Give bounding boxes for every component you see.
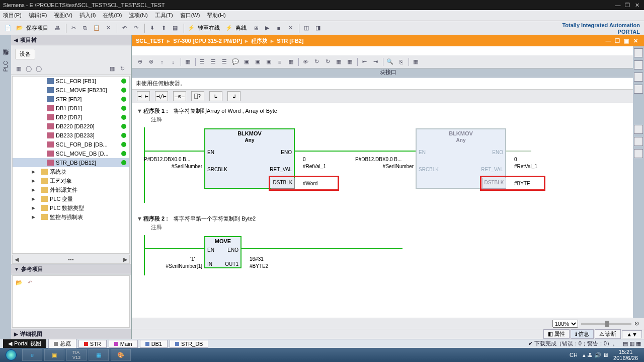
save-project-button[interactable]: 保存项目 (26, 24, 48, 32)
editor-min-icon[interactable]: — (604, 38, 613, 44)
status-tab[interactable]: 总览 (48, 339, 76, 348)
et-align3-icon[interactable]: ☰ (219, 57, 229, 67)
et-align2-icon[interactable]: ☰ (208, 57, 218, 67)
et-indent2-icon[interactable]: ⇥ (370, 57, 380, 67)
tray-icons[interactable]: ▴ 🖧 🔊 🖥 (583, 352, 608, 358)
et-block-icon[interactable]: ▦ (183, 57, 193, 67)
et-view-icon[interactable]: ▦ (411, 57, 421, 67)
et-m4-icon[interactable]: ▦ (334, 57, 344, 67)
tree-sync-icon[interactable]: ↻ (118, 64, 127, 74)
lad-contact-no-icon[interactable]: ⊣ ⊢ (137, 91, 150, 101)
tree-device-icon[interactable]: ▦ (14, 64, 23, 74)
dock-item5-icon[interactable] (634, 125, 643, 134)
move-box[interactable]: MOVE EN ENO IN OUT1 (204, 236, 242, 268)
close-button[interactable]: ✕ (633, 2, 641, 9)
menu-insert[interactable]: 插入(I) (79, 12, 96, 19)
lad-coil-icon[interactable]: –⊙– (173, 91, 186, 101)
cut-icon[interactable]: ✂ (68, 23, 78, 33)
menu-options[interactable]: 选项(N) (129, 12, 147, 19)
redo-icon[interactable]: ↷ (131, 23, 141, 33)
lad-box-icon[interactable]: ⎕? (191, 91, 204, 101)
device-tab[interactable]: 设备 (15, 49, 35, 59)
status-tab[interactable]: STR_DB (170, 340, 208, 348)
net1-collapse-icon[interactable]: ▼ (137, 108, 142, 114)
taskbar-tia-icon[interactable]: TIAV13 (66, 349, 87, 361)
copy-icon[interactable]: ⧉ (80, 23, 90, 33)
menu-edit[interactable]: 编辑(E) (29, 12, 47, 19)
et-align1-icon[interactable]: ☰ (197, 57, 207, 67)
new-project-icon[interactable]: 📄 (3, 23, 13, 33)
lad-branch-open-icon[interactable]: ↳ (209, 91, 222, 101)
compile-icon[interactable]: ⬇ (147, 23, 157, 33)
tray-clock[interactable]: 15:21 2016/6/26 (613, 349, 638, 361)
et-list-icon[interactable]: ≡ (275, 57, 285, 67)
et-down-icon[interactable]: ↓ (168, 57, 178, 67)
et-tag1-icon[interactable]: ▣ (242, 57, 252, 67)
start-cpu-icon[interactable]: ▶ (262, 23, 272, 33)
delete-icon[interactable]: ✕ (103, 23, 113, 33)
et-m2-icon[interactable]: ↻ (311, 57, 321, 67)
dock-instructions-icon[interactable] (634, 48, 643, 57)
et-search-icon[interactable]: 🔍 (385, 57, 395, 67)
editor-float-icon[interactable]: ▣ (622, 38, 631, 44)
et-grid-icon[interactable]: ▦ (286, 57, 296, 67)
editor-max-icon[interactable]: ❐ (613, 38, 622, 44)
dock-item6-icon[interactable] (634, 137, 643, 146)
taskbar-explorer-icon[interactable]: ▣ (44, 349, 64, 361)
crumb-project[interactable]: SCL_TEST (136, 38, 164, 44)
left-dock-label[interactable]: PLC 编程 (2, 59, 10, 71)
undo-icon[interactable]: ↶ (119, 23, 129, 33)
crumb-cpu[interactable]: S7-300 [CPU 315-2 PN/DP] (173, 38, 242, 44)
et-indent1-icon[interactable]: ⇤ (359, 57, 369, 67)
zoom-slider[interactable] (581, 323, 631, 325)
split2-icon[interactable]: ◨ (313, 23, 323, 33)
et-delete-icon[interactable]: ⊗ (146, 57, 156, 67)
et-insert-icon[interactable]: ⊕ (135, 57, 145, 67)
tree-view-icon[interactable]: ▦ (108, 64, 117, 74)
tab-diagnostics[interactable]: ⚠ 诊断 (595, 329, 621, 339)
ref-open-icon[interactable]: 📂 (15, 278, 24, 287)
status-tab[interactable]: STR (78, 340, 107, 348)
menu-project[interactable]: 项目(P) (3, 12, 22, 19)
net2-collapse-icon[interactable]: ▼ (137, 215, 142, 222)
crumb-group[interactable]: 程序块 (251, 37, 268, 45)
go-offline-button[interactable]: 离线 (235, 24, 247, 32)
minimize-button[interactable]: — (614, 2, 622, 8)
dock-tasks-icon[interactable] (634, 73, 643, 82)
zoom-reset-icon[interactable]: ⊙ (634, 320, 639, 327)
et-goto-icon[interactable]: ⎘ (396, 57, 406, 67)
network-editor[interactable]: ▼ 程序段 1 : 将字符复制到Array of Word , Array of… (132, 103, 644, 318)
dock-item7-icon[interactable] (634, 149, 643, 158)
editor-close-icon[interactable]: ✕ (631, 38, 640, 44)
net1-comment[interactable]: 注释 (151, 116, 639, 123)
collapse-icon[interactable]: ◀ (14, 37, 18, 43)
print-icon[interactable]: 🖶 (52, 23, 62, 33)
start-button[interactable] (2, 349, 20, 361)
menu-online[interactable]: 在线(O) (103, 12, 122, 19)
accessible-devices-icon[interactable]: 🖥 (251, 23, 261, 33)
zoom-select[interactable]: 100% (552, 320, 578, 328)
net1-diagram[interactable]: BLKMOVAny EN ENO SRCBLK RET_VAL P#DB12.D… (144, 127, 639, 203)
tree-nav-fwd-icon[interactable]: ◯ (34, 64, 43, 74)
go-online-button[interactable]: 转至在线 (198, 24, 220, 32)
go-offline-icon[interactable]: ⚡ (224, 23, 234, 33)
dock-testing-icon[interactable] (634, 60, 643, 69)
crumb-block[interactable]: STR [FB2] (277, 38, 303, 44)
taskbar-ie-icon[interactable]: e (22, 349, 42, 361)
download-icon[interactable]: ⬆ (158, 23, 169, 33)
tab-info[interactable]: ℹ 信息 (571, 329, 594, 339)
dock-libraries-icon[interactable] (634, 85, 643, 94)
cross-ref-icon[interactable]: ✕ (285, 23, 295, 33)
menu-tools[interactable]: 工具(T) (155, 12, 173, 19)
et-monitor-icon[interactable]: 👁 (300, 57, 310, 67)
block-interface-bar[interactable]: 块接口 (132, 68, 644, 78)
taskbar-paint-icon[interactable]: 🎨 (111, 349, 131, 361)
et-m3-icon[interactable]: ↻ (323, 57, 333, 67)
et-up-icon[interactable]: ↑ (157, 57, 167, 67)
net2-diagram[interactable]: MOVE EN ENO IN OUT1 '1' #SerilNumber[1] … (144, 235, 639, 275)
paste-icon[interactable]: 📋 (92, 23, 102, 33)
menu-view[interactable]: 视图(V) (54, 12, 72, 19)
lad-branch-close-icon[interactable]: ↲ (227, 91, 240, 101)
open-project-icon[interactable]: 📂 (15, 23, 25, 33)
tab-expand[interactable]: ▲▼ (622, 330, 642, 338)
